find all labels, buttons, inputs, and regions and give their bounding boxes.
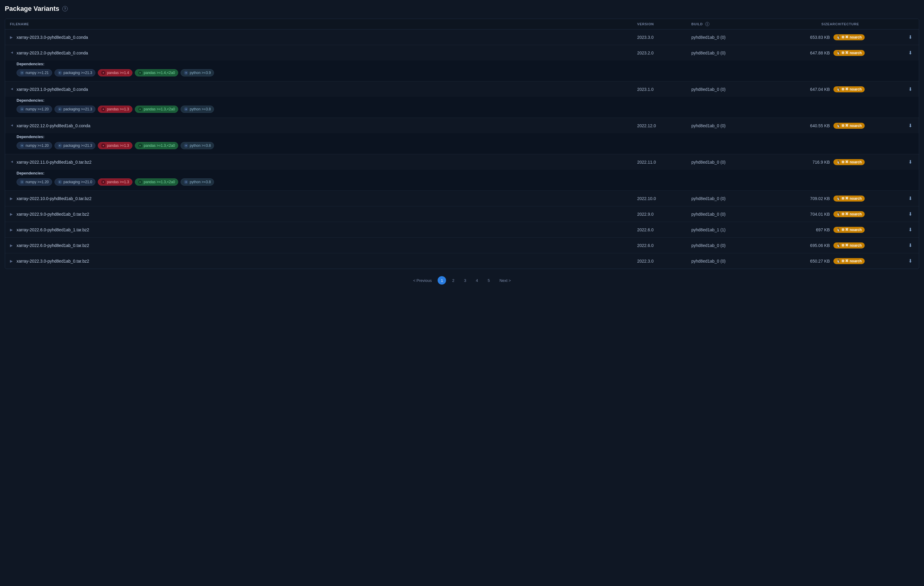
build-info-icon[interactable]: i [705, 22, 710, 26]
mac-icon: ⌘ [845, 160, 848, 164]
download-button[interactable]: ⬇ [907, 49, 914, 56]
arch-os-icons: 🐧 ⊞ ⌘ [837, 51, 848, 55]
linux-icon: 🐧 [837, 212, 841, 216]
download-button[interactable]: ⬇ [907, 158, 914, 165]
windows-icon: ⊞ [842, 196, 844, 200]
version-cell: 2022.6.0 [637, 243, 691, 248]
dep-badge[interactable]: ✦ numpy >=1.20 [16, 142, 52, 149]
dep-badge[interactable]: ✦ pandas >=1.3,<2a0 [135, 142, 178, 149]
download-button[interactable]: ⬇ [907, 122, 914, 129]
noarch-label: noarch [850, 196, 862, 201]
row-main-3[interactable]: ▼ xarray-2022.12.0-pyhd8ed1ab_0.conda 20… [5, 118, 919, 133]
dep-badge[interactable]: ✦ numpy >=1.20 [16, 178, 52, 186]
arch-badge: 🐧 ⊞ ⌘ noarch [833, 86, 865, 92]
row-chevron[interactable]: ▶ [10, 35, 14, 40]
windows-icon: ⊞ [842, 212, 844, 216]
page-3-button[interactable]: 3 [460, 277, 470, 284]
pagination: < Previous 1 2 3 4 5 Next > [5, 276, 919, 287]
windows-icon: ⊞ [842, 87, 844, 91]
row-chevron[interactable]: ▶ [10, 212, 14, 216]
noarch-label: noarch [850, 259, 862, 263]
mac-icon: ⌘ [845, 212, 848, 216]
prev-page-button[interactable]: < Previous [410, 277, 436, 284]
row-main-1[interactable]: ▼ xarray-2023.2.0-pyhd8ed1ab_0.conda 202… [5, 45, 919, 61]
row-chevron[interactable]: ▼ [10, 123, 14, 128]
filename-text: xarray-2023.1.0-pyhd8ed1ab_0.conda [16, 87, 88, 92]
download-button[interactable]: ⬇ [907, 226, 914, 233]
dep-badge[interactable]: ✦ packaging >=21.3 [54, 105, 96, 113]
row-chevron[interactable]: ▶ [10, 196, 14, 201]
dep-badge[interactable]: ✦ pandas >=1.3 [98, 142, 132, 149]
row-main-9[interactable]: ▶ xarray-2022.3.0-pyhd8ed1ab_0.tar.bz2 2… [5, 253, 919, 268]
deps-label: Dependencies: [16, 171, 908, 175]
filename-text: xarray-2022.11.0-pyhd8ed1ab_0.tar.bz2 [16, 160, 91, 165]
arch-badge: 🐧 ⊞ ⌘ noarch [833, 50, 865, 56]
filename-cell: ▼ xarray-2022.11.0-pyhd8ed1ab_0.tar.bz2 [10, 160, 637, 165]
linux-icon: 🐧 [837, 87, 841, 91]
filename-cell: ▼ xarray-2023.1.0-pyhd8ed1ab_0.conda [10, 87, 637, 92]
download-button[interactable]: ⬇ [907, 195, 914, 202]
download-button[interactable]: ⬇ [907, 34, 914, 41]
row-main-4[interactable]: ▼ xarray-2022.11.0-pyhd8ed1ab_0.tar.bz2 … [5, 154, 919, 170]
row-chevron[interactable]: ▼ [10, 87, 14, 91]
dep-badge[interactable]: ✦ pandas >=1.3,<2a0 [135, 105, 178, 113]
download-button[interactable]: ⬇ [907, 86, 914, 93]
dep-badge[interactable]: ✦ numpy >=1.21 [16, 69, 52, 76]
dep-badge[interactable]: ✦ packaging >=21.3 [54, 69, 96, 76]
version-cell: 2022.9.0 [637, 212, 691, 217]
dep-badge[interactable]: ✦ python >=3.9 [181, 69, 214, 76]
col-build: BUILD i [691, 22, 776, 26]
download-button[interactable]: ⬇ [907, 257, 914, 264]
version-cell: 2022.12.0 [637, 123, 691, 128]
help-icon[interactable]: ? [62, 6, 68, 12]
version-cell: 2022.11.0 [637, 160, 691, 165]
page-4-button[interactable]: 4 [472, 277, 482, 284]
filename-cell: ▶ xarray-2022.10.0-pyhd8ed1ab_0.tar.bz2 [10, 196, 637, 201]
row-chevron[interactable]: ▶ [10, 228, 14, 232]
dep-icon: ✦ [58, 107, 62, 111]
row-chevron[interactable]: ▶ [10, 259, 14, 263]
size-cell: 695.06 KB [776, 243, 830, 248]
row-main-5[interactable]: ▶ xarray-2022.10.0-pyhd8ed1ab_0.tar.bz2 … [5, 191, 919, 206]
version-cell: 2023.2.0 [637, 51, 691, 55]
page-5-button[interactable]: 5 [484, 277, 493, 284]
download-button[interactable]: ⬇ [907, 242, 914, 249]
row-main-8[interactable]: ▶ xarray-2022.6.0-pyhd8ed1ab_0.tar.bz2 2… [5, 238, 919, 253]
row-main-2[interactable]: ▼ xarray-2023.1.0-pyhd8ed1ab_0.conda 202… [5, 82, 919, 97]
deps-section: Dependencies:✦ numpy >=1.21✦ packaging >… [5, 61, 919, 81]
dep-badge[interactable]: ✦ pandas >=1.3,<2a0 [135, 178, 178, 186]
dep-badge[interactable]: ✦ pandas >=1.4,<2a0 [135, 69, 178, 76]
build-cell: pyhd8ed1ab_0 (0) [691, 123, 776, 128]
dep-badge[interactable]: ✦ python >=3.8 [181, 105, 214, 113]
build-cell: pyhd8ed1ab_1 (1) [691, 227, 776, 232]
dep-badge[interactable]: ✦ packaging >=21.0 [54, 178, 96, 186]
next-page-button[interactable]: Next > [496, 277, 514, 284]
row-main-6[interactable]: ▶ xarray-2022.9.0-pyhd8ed1ab_0.tar.bz2 2… [5, 206, 919, 222]
arch-badge: 🐧 ⊞ ⌘ noarch [833, 242, 865, 249]
page-1-button[interactable]: 1 [437, 276, 446, 285]
windows-icon: ⊞ [842, 51, 844, 55]
table-row: ▶ xarray-2022.6.0-pyhd8ed1ab_0.tar.bz2 2… [5, 238, 919, 253]
page-2-button[interactable]: 2 [449, 277, 458, 284]
linux-icon: 🐧 [837, 244, 841, 247]
dep-icon: ✦ [138, 71, 142, 75]
dep-icon: ✦ [20, 143, 24, 148]
download-button[interactable]: ⬇ [907, 211, 914, 217]
noarch-label: noarch [850, 212, 862, 216]
row-chevron[interactable]: ▶ [10, 244, 14, 248]
dep-badge[interactable]: ✦ python >=3.8 [181, 142, 214, 149]
dep-badge[interactable]: ✦ python >=3.8 [181, 178, 214, 186]
dep-badge[interactable]: ✦ packaging >=21.3 [54, 142, 96, 149]
row-main-7[interactable]: ▶ xarray-2022.6.0-pyhd8ed1ab_1.tar.bz2 2… [5, 222, 919, 237]
dep-badge[interactable]: ✦ numpy >=1.20 [16, 105, 52, 113]
arch-badge: 🐧 ⊞ ⌘ noarch [833, 258, 865, 264]
arch-cell: 🐧 ⊞ ⌘ noarch ⬇ [830, 242, 914, 249]
dep-badge[interactable]: ✦ pandas >=1.3 [98, 178, 132, 186]
dep-icon: ✦ [184, 143, 188, 148]
row-chevron[interactable]: ▼ [10, 51, 14, 55]
row-chevron[interactable]: ▼ [10, 160, 14, 164]
dep-badge[interactable]: ✦ pandas >=1.4 [98, 69, 132, 76]
row-main-0[interactable]: ▶ xarray-2023.3.0-pyhd8ed1ab_0.conda 202… [5, 30, 919, 45]
mac-icon: ⌘ [845, 35, 848, 39]
dep-badge[interactable]: ✦ pandas >=1.3 [98, 105, 132, 113]
